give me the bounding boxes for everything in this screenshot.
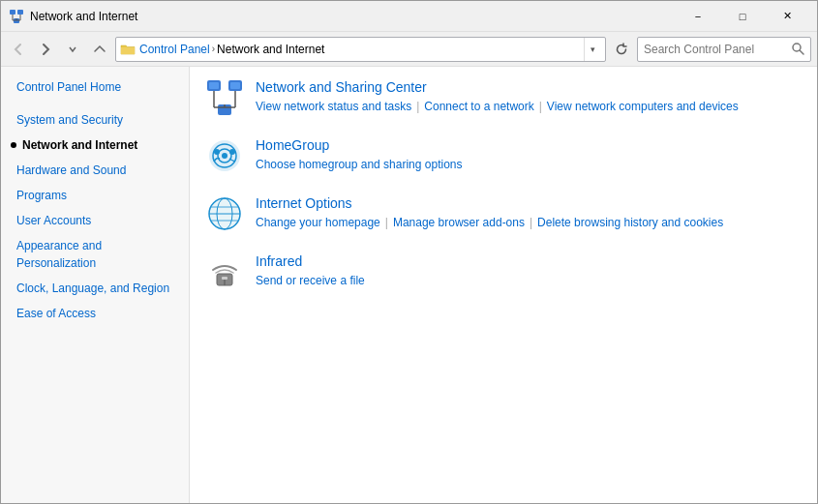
- search-icon[interactable]: [792, 43, 804, 55]
- sidebar-item-hardware-and-sound[interactable]: Hardware and Sound: [1, 158, 189, 183]
- breadcrumb-separator-1: ›: [212, 44, 215, 54]
- category-internet-options: Internet Options Change your homepage | …: [205, 194, 802, 233]
- view-network-computers-link[interactable]: View network computers and devices: [547, 100, 739, 113]
- svg-rect-1: [17, 10, 23, 15]
- delete-browsing-history-link[interactable]: Delete browsing history and cookies: [537, 216, 723, 229]
- close-button[interactable]: ✕: [765, 1, 809, 32]
- breadcrumb-control-panel[interactable]: Control Panel: [139, 43, 210, 56]
- cat-sep-4: |: [530, 216, 532, 229]
- sidebar-item-network-and-internet: Network and Internet: [22, 136, 137, 154]
- folder-icon: [120, 42, 136, 57]
- homegroup-content: HomeGroup Choose homegroup and sharing o…: [256, 136, 802, 171]
- sidebar-item-appearance-and-personalization[interactable]: Appearance and Personalization: [1, 233, 189, 276]
- address-bar: Control Panel › Network and Internet ▾: [1, 32, 817, 67]
- category-infrared: Infrared Send or receive a file: [205, 252, 802, 291]
- address-dropdown-button[interactable]: ▾: [584, 38, 601, 61]
- window-icon: [9, 9, 24, 24]
- homegroup-links: Choose homegroup and sharing options: [256, 158, 802, 171]
- svg-line-8: [800, 50, 803, 54]
- svg-rect-17: [230, 82, 240, 89]
- title-bar: Network and Internet − □ ✕: [1, 1, 817, 32]
- main-window: Network and Internet − □ ✕: [0, 0, 818, 504]
- window-title: Network and Internet: [30, 10, 676, 23]
- breadcrumb: Control Panel › Network and Internet: [139, 43, 580, 56]
- breadcrumb-current: Network and Internet: [217, 43, 324, 56]
- search-box: [637, 37, 811, 62]
- svg-rect-30: [222, 277, 227, 280]
- svg-point-21: [222, 153, 227, 159]
- search-input[interactable]: [644, 43, 792, 56]
- svg-point-22: [214, 149, 220, 155]
- view-network-status-link[interactable]: View network status and tasks: [256, 100, 411, 113]
- infrared-title[interactable]: Infrared: [256, 252, 802, 272]
- choose-homegroup-link[interactable]: Choose homegroup and sharing options: [256, 158, 462, 171]
- back-button[interactable]: [7, 38, 30, 61]
- sidebar-item-programs[interactable]: Programs: [1, 183, 189, 208]
- up-button[interactable]: [88, 38, 111, 61]
- homegroup-icon: [205, 136, 244, 175]
- dropdown-recent-button[interactable]: [61, 38, 84, 61]
- minimize-button[interactable]: −: [676, 1, 720, 32]
- internet-options-title[interactable]: Internet Options: [256, 194, 802, 214]
- sidebar-item-system-and-security[interactable]: System and Security: [1, 107, 189, 133]
- address-input-wrap: Control Panel › Network and Internet ▾: [115, 37, 606, 62]
- content-area: Control Panel Home System and Security N…: [1, 67, 817, 503]
- refresh-button[interactable]: [610, 37, 633, 62]
- active-bullet: [11, 142, 16, 148]
- sidebar-item-user-accounts[interactable]: User Accounts: [1, 208, 189, 233]
- internet-options-links: Change your homepage | Manage browser ad…: [256, 216, 802, 229]
- sidebar-item-control-panel-home[interactable]: Control Panel Home: [1, 74, 189, 100]
- window-controls: − □ ✕: [676, 1, 809, 32]
- internet-options-icon: [205, 194, 244, 233]
- svg-point-23: [229, 149, 235, 155]
- sidebar-item-clock-language-region[interactable]: Clock, Language, and Region: [1, 276, 189, 301]
- infrared-icon: [205, 252, 244, 291]
- svg-rect-0: [10, 10, 15, 15]
- sidebar-sep-1: [1, 100, 189, 107]
- infrared-content: Infrared Send or receive a file: [256, 252, 802, 287]
- change-homepage-link[interactable]: Change your homepage: [256, 216, 380, 229]
- network-sharing-center-title[interactable]: Network and Sharing Center: [256, 78, 802, 98]
- network-sharing-center-content: Network and Sharing Center View network …: [256, 78, 802, 113]
- cat-sep-2: |: [539, 100, 542, 113]
- send-receive-file-link[interactable]: Send or receive a file: [256, 274, 365, 287]
- manage-addons-link[interactable]: Manage browser add-ons: [393, 216, 525, 229]
- sidebar-item-network-and-internet-wrap[interactable]: Network and Internet: [1, 133, 189, 158]
- cat-sep-1: |: [416, 100, 419, 113]
- cat-sep-3: |: [385, 216, 388, 229]
- sidebar: Control Panel Home System and Security N…: [1, 67, 190, 503]
- forward-button[interactable]: [34, 38, 57, 61]
- main-panel: Network and Sharing Center View network …: [190, 67, 817, 503]
- maximize-button[interactable]: □: [720, 1, 765, 32]
- internet-options-content: Internet Options Change your homepage | …: [256, 194, 802, 229]
- sidebar-item-ease-of-access[interactable]: Ease of Access: [1, 301, 189, 326]
- category-homegroup: HomeGroup Choose homegroup and sharing o…: [205, 136, 802, 175]
- network-sharing-center-icon: [205, 78, 244, 117]
- infrared-links: Send or receive a file: [256, 274, 802, 287]
- network-sharing-center-links: View network status and tasks | Connect …: [256, 100, 802, 113]
- category-network-sharing-center: Network and Sharing Center View network …: [205, 78, 802, 117]
- svg-rect-16: [209, 82, 219, 89]
- connect-to-network-link[interactable]: Connect to a network: [424, 100, 533, 113]
- homegroup-title[interactable]: HomeGroup: [256, 136, 802, 156]
